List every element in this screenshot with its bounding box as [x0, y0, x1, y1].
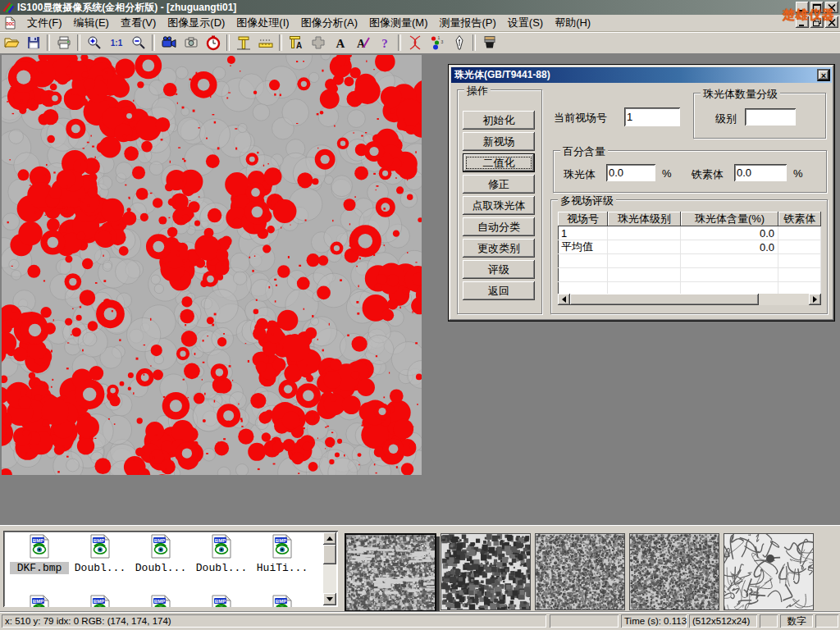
table-row[interactable]: 平均值 0.0	[558, 240, 821, 254]
rate-button[interactable]: 评级	[463, 260, 535, 279]
menu-image-measure[interactable]: 图像测量(M)	[363, 14, 434, 32]
help-button[interactable]: ?	[373, 33, 395, 52]
scroll-up-button[interactable]	[323, 532, 336, 545]
table-row[interactable]: 1 0.0	[558, 226, 821, 240]
file-name[interactable]: Doubl...	[71, 562, 130, 574]
auto-classify-button[interactable]: 自动分类	[463, 217, 535, 236]
pen-button[interactable]	[448, 33, 470, 52]
vertical-measure-button[interactable]	[232, 33, 254, 52]
new-field-button[interactable]: 新视场	[463, 132, 535, 151]
mdi-minimize-button[interactable]	[796, 16, 809, 28]
curve-measure-button[interactable]	[404, 33, 426, 52]
file-item[interactable]: DKF.bmp	[10, 534, 69, 574]
col-pearlite-content[interactable]: 珠光体含量(%)	[681, 212, 778, 226]
thumbnail-2[interactable]	[441, 533, 531, 610]
merge-button[interactable]	[307, 33, 329, 52]
dialog-title-bar[interactable]: 珠光体(GB/T9441-88) ×	[451, 67, 832, 83]
menu-edit[interactable]: 编辑(E)	[68, 14, 115, 32]
file-item-partial[interactable]	[71, 595, 130, 607]
zoom-in-button[interactable]	[83, 33, 105, 52]
horizontal-measure-button[interactable]	[254, 33, 276, 52]
col-view-number[interactable]: 视场号	[558, 212, 608, 226]
cell: 0.0	[681, 240, 778, 253]
file-item[interactable]: Doubl...	[71, 534, 130, 574]
actual-size-button[interactable]: 1:1	[105, 33, 127, 52]
maximize-button[interactable]	[810, 2, 824, 13]
file-item-partial[interactable]	[253, 595, 312, 607]
time-pane: Time (s): 0.113	[621, 614, 687, 628]
file-name[interactable]: DKF.bmp	[10, 562, 69, 574]
file-item-partial[interactable]	[192, 595, 251, 607]
title-bar[interactable]: IS100显微摄像系统(金相分析版) - [zhuguangti01]	[0, 0, 840, 15]
current-view-input[interactable]	[624, 107, 680, 126]
menu-view[interactable]: 查看(V)	[115, 14, 162, 32]
menu-help[interactable]: 帮助(H)	[549, 14, 596, 32]
multiview-table[interactable]: 视场号 珠光体级别 珠光体含量(%) 铁素体 1 0.0 平均值	[558, 212, 821, 305]
menu-image-display[interactable]: 图像显示(D)	[162, 14, 231, 32]
thumbnail-3[interactable]	[535, 533, 625, 610]
col-pearlite-grade[interactable]: 珠光体级别	[608, 212, 681, 226]
dialog-close-button[interactable]: ×	[817, 69, 830, 81]
file-list-scrollbar[interactable]	[323, 532, 336, 605]
print-button[interactable]	[52, 33, 75, 52]
table-horizontal-scrollbar[interactable]	[558, 294, 821, 305]
open-folder-icon	[3, 34, 20, 51]
pearlite-percent-input[interactable]	[606, 164, 655, 181]
metallographic-image[interactable]	[2, 55, 422, 475]
file-item-partial[interactable]	[10, 595, 69, 607]
capture-button[interactable]	[180, 33, 202, 52]
pick-pearlite-button[interactable]: 点取珠光体	[463, 196, 535, 215]
file-item[interactable]: Doubl...	[192, 534, 251, 574]
menu-file[interactable]: 文件(F)	[21, 14, 68, 32]
text-edit-icon: A	[354, 34, 371, 51]
scrollbar-thumb[interactable]	[323, 545, 336, 564]
save-button[interactable]	[22, 33, 44, 52]
menu-image-process[interactable]: 图像处理(I)	[231, 14, 294, 32]
ferrite-percent-input[interactable]	[734, 164, 787, 181]
thumbnail-4[interactable]	[629, 533, 719, 610]
menu-settings[interactable]: 设置(S)	[502, 14, 549, 32]
scrollbar-thumb[interactable]	[570, 294, 759, 305]
file-item[interactable]: Doubl...	[131, 534, 190, 574]
bmp-file-icon	[270, 534, 294, 559]
scroll-right-button[interactable]	[809, 294, 821, 305]
toolbar-separator	[152, 34, 155, 51]
close-button[interactable]	[825, 2, 838, 13]
correct-button[interactable]: 修正	[463, 175, 535, 194]
binarize-button[interactable]: 二值化	[463, 153, 535, 172]
point-count-button[interactable]: 13	[426, 33, 448, 52]
col-ferrite[interactable]: 铁素体	[778, 212, 821, 226]
mdi-restore-button[interactable]	[810, 16, 824, 28]
menu-image-analysis[interactable]: 图像分析(A)	[295, 14, 363, 32]
file-item[interactable]: HuiTi...	[253, 534, 312, 574]
menu-report[interactable]: 测量报告(P)	[433, 14, 501, 32]
scroll-left-button[interactable]	[558, 294, 570, 305]
open-button[interactable]	[0, 33, 22, 52]
mdi-close-button[interactable]	[825, 16, 838, 28]
text-button[interactable]: A	[329, 33, 351, 52]
zoom-out-icon	[130, 34, 147, 51]
minimize-button[interactable]	[796, 2, 809, 13]
thumbnail-5[interactable]	[724, 533, 814, 610]
file-name[interactable]: Doubl...	[192, 562, 251, 574]
init-button[interactable]: 初始化	[463, 111, 535, 130]
zoom-out-button[interactable]	[127, 33, 149, 52]
change-class-button[interactable]: 更改类别	[463, 239, 535, 258]
scroll-down-button[interactable]	[323, 593, 336, 605]
cell: 平均值	[558, 240, 608, 253]
thumbnail-1[interactable]	[345, 533, 436, 612]
empty-pane	[760, 614, 778, 628]
video-capture-button[interactable]	[158, 33, 180, 52]
measure-label-button[interactable]: A	[285, 33, 307, 52]
file-item-partial[interactable]	[131, 595, 190, 607]
camera-icon	[183, 34, 199, 51]
grade-input[interactable]	[745, 108, 796, 126]
return-button[interactable]: 返回	[463, 281, 535, 300]
timer-button[interactable]	[202, 33, 224, 52]
text-style-button[interactable]: A	[351, 33, 373, 52]
svg-text:3: 3	[441, 39, 443, 44]
file-name[interactable]: HuiTi...	[253, 562, 312, 574]
file-list[interactable]: DKF.bmp Doubl... Doubl... Doubl... HuiTi…	[3, 531, 338, 607]
brush-button[interactable]	[478, 33, 500, 52]
file-name[interactable]: Doubl...	[131, 562, 190, 574]
